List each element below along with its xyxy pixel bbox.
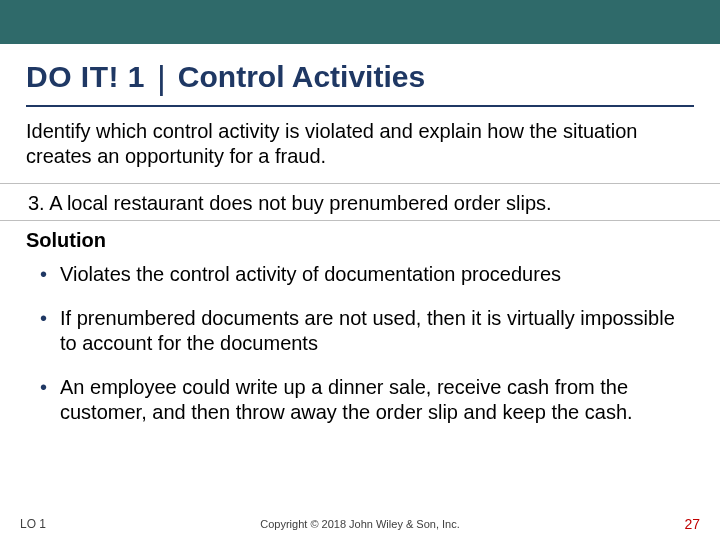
content-area: DO IT! 1 | Control Activities Identify w…	[0, 44, 720, 426]
title-prefix: DO IT! 1	[26, 60, 145, 94]
copyright-text: Copyright © 2018 John Wiley & Son, Inc.	[260, 518, 459, 530]
learning-objective: LO 1	[20, 517, 46, 531]
title-underline	[26, 105, 694, 107]
list-item: An employee could write up a dinner sale…	[26, 375, 694, 426]
title-divider-icon: |	[157, 58, 166, 97]
top-bar	[0, 0, 720, 44]
solution-list: Violates the control activity of documen…	[26, 262, 694, 426]
page-number: 27	[684, 516, 700, 532]
question-text: 3. A local restaurant does not buy prenu…	[28, 190, 694, 216]
title-row: DO IT! 1 | Control Activities	[26, 56, 694, 95]
list-item: If prenumbered documents are not used, t…	[26, 306, 694, 357]
footer: LO 1 Copyright © 2018 John Wiley & Son, …	[0, 516, 720, 532]
prompt-text: Identify which control activity is viola…	[26, 119, 694, 169]
divider-2	[0, 220, 720, 221]
solution-label: Solution	[26, 229, 694, 252]
title-main: Control Activities	[178, 60, 425, 94]
list-item: Violates the control activity of documen…	[26, 262, 694, 288]
divider-1	[0, 183, 720, 184]
slide: DO IT! 1 | Control Activities Identify w…	[0, 0, 720, 540]
